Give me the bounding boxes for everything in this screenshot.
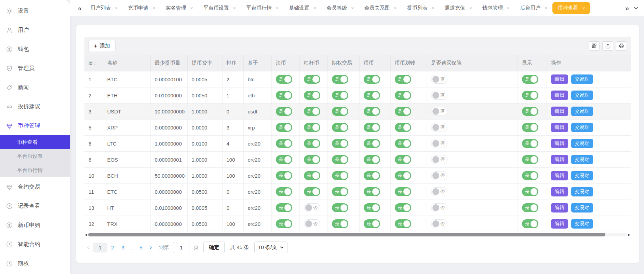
sidebar-item-12[interactable]: 期权 xyxy=(0,254,70,273)
sidebar-subitem-1[interactable]: 币种查看 xyxy=(0,135,70,149)
toggle-insurance[interactable]: 否 xyxy=(431,187,447,196)
toggle-leverage[interactable]: 是 xyxy=(304,139,320,148)
trading-pairs-button[interactable]: 交易对 xyxy=(571,187,593,196)
toggle-show[interactable]: 是 xyxy=(522,75,538,84)
edit-button[interactable]: 编辑 xyxy=(551,74,568,84)
close-icon[interactable]: × xyxy=(276,6,279,11)
toggle-coin_coin[interactable]: 是 xyxy=(364,155,380,164)
toggle-leverage[interactable]: 是 xyxy=(304,187,320,196)
toggle-coin_coin[interactable]: 是 xyxy=(364,171,380,180)
toggle-show[interactable]: 是 xyxy=(522,91,538,100)
toggle-coin_coin[interactable]: 是 xyxy=(364,203,380,212)
sort-icon[interactable]: ▴▾ xyxy=(94,61,96,66)
toggle-option_trade[interactable]: 是 xyxy=(332,155,348,164)
next-page-icon[interactable]: › xyxy=(147,244,155,251)
close-icon[interactable]: × xyxy=(582,6,585,11)
toggle-leverage[interactable]: 是 xyxy=(304,171,320,180)
export-icon[interactable] xyxy=(602,41,613,51)
toggle-coin_transfer[interactable]: 是 xyxy=(395,219,411,228)
close-icon[interactable]: × xyxy=(190,6,193,11)
tab-3[interactable]: 实名管理× xyxy=(161,2,198,14)
toggle-option_trade[interactable]: 是 xyxy=(332,171,348,180)
toggle-insurance[interactable]: 否 xyxy=(431,139,447,148)
toggle-option_trade[interactable]: 是 xyxy=(332,187,348,196)
toggle-coin_transfer[interactable]: 是 xyxy=(395,155,411,164)
toggle-insurance[interactable]: 否 xyxy=(431,123,447,132)
close-icon[interactable]: × xyxy=(394,6,397,11)
close-icon[interactable]: × xyxy=(351,6,354,11)
toggle-insurance[interactable]: 否 xyxy=(431,75,447,84)
toggle-coin_coin[interactable]: 是 xyxy=(364,219,380,228)
sidebar-item-1[interactable]: 设置 xyxy=(0,1,70,20)
tab-7[interactable]: 会员等级× xyxy=(321,2,359,14)
tab-11[interactable]: 钱包管理× xyxy=(477,2,515,14)
close-icon[interactable]: × xyxy=(152,6,155,11)
toggle-coin_coin[interactable]: 是 xyxy=(364,123,380,132)
print-icon[interactable] xyxy=(616,41,627,51)
edit-button[interactable]: 编辑 xyxy=(551,187,568,196)
edit-button[interactable]: 编辑 xyxy=(551,155,568,164)
close-icon[interactable]: × xyxy=(115,6,118,11)
close-icon[interactable]: × xyxy=(313,6,316,11)
tab-6[interactable]: 基础设置× xyxy=(284,2,321,14)
toggle-insurance[interactable]: 否 xyxy=(431,171,447,180)
toggle-coin_transfer[interactable]: 是 xyxy=(395,91,411,100)
sidebar-item-6[interactable]: 投拆建议 xyxy=(0,97,70,116)
toggle-option_trade[interactable]: 是 xyxy=(332,203,348,212)
sidebar-item-2[interactable]: 用户 xyxy=(0,20,70,40)
trading-pairs-button[interactable]: 交易对 xyxy=(571,171,593,180)
trading-pairs-button[interactable]: 交易对 xyxy=(571,219,593,229)
edit-button[interactable]: 编辑 xyxy=(551,139,568,148)
sidebar-subitem-3[interactable]: 平台币行情 xyxy=(0,163,70,177)
trading-pairs-button[interactable]: 交易对 xyxy=(571,107,593,116)
trading-pairs-button[interactable]: 交易对 xyxy=(571,203,593,213)
toggle-option_trade[interactable]: 是 xyxy=(332,219,348,228)
toggle-fiat[interactable]: 是 xyxy=(276,123,292,132)
tab-5[interactable]: 平台币行情× xyxy=(241,2,284,14)
close-icon[interactable]: × xyxy=(469,6,472,11)
toggle-coin_coin[interactable]: 是 xyxy=(364,107,380,116)
toggle-insurance[interactable]: 否 xyxy=(431,155,447,164)
toggle-fiat[interactable]: 是 xyxy=(276,155,292,164)
toggle-show[interactable]: 是 xyxy=(522,139,538,148)
toggle-option_trade[interactable]: 是 xyxy=(332,123,348,132)
sidebar-item-3[interactable]: 钱包 xyxy=(0,40,70,59)
toggle-fiat[interactable]: 是 xyxy=(276,107,292,116)
toggle-option_trade[interactable]: 是 xyxy=(332,139,348,148)
toggle-leverage[interactable]: 是 xyxy=(304,75,320,84)
close-icon[interactable]: × xyxy=(233,6,236,11)
edit-button[interactable]: 编辑 xyxy=(551,107,568,116)
toggle-fiat[interactable]: 是 xyxy=(276,219,292,228)
prev-page-icon[interactable]: ‹ xyxy=(84,244,92,251)
tab-10[interactable]: 通道充值× xyxy=(440,2,477,14)
sidebar-item-10[interactable]: 新币申购 xyxy=(0,216,70,235)
toggle-coin_transfer[interactable]: 是 xyxy=(395,139,411,148)
toggle-option_trade[interactable]: 是 xyxy=(332,107,348,116)
edit-button[interactable]: 编辑 xyxy=(551,123,568,132)
toggle-coin_coin[interactable]: 是 xyxy=(364,187,380,196)
edit-button[interactable]: 编辑 xyxy=(551,171,568,180)
toggle-insurance[interactable]: 否 xyxy=(431,219,447,228)
page-3[interactable]: 3 xyxy=(118,243,128,252)
tab-9[interactable]: 提币列表× xyxy=(402,2,440,14)
tab-1[interactable]: 用户列表× xyxy=(85,2,123,14)
toggle-fiat[interactable]: 是 xyxy=(276,187,292,196)
toggle-show[interactable]: 是 xyxy=(522,123,538,132)
sidebar-subitem-2[interactable]: 平台币设置 xyxy=(0,149,70,163)
toggle-fiat[interactable]: 是 xyxy=(276,171,292,180)
tabs-scroll-left-icon[interactable]: « xyxy=(77,5,83,12)
scrollbar-track[interactable] xyxy=(88,233,627,236)
tab-2[interactable]: 充币申请× xyxy=(123,2,160,14)
goto-page-input[interactable] xyxy=(173,242,189,253)
toggle-coin_transfer[interactable]: 是 xyxy=(395,171,411,180)
tab-12[interactable]: 后台用户× xyxy=(515,2,552,14)
sidebar-item-7[interactable]: 币种管理 xyxy=(0,116,70,135)
close-icon[interactable]: × xyxy=(432,6,434,11)
trading-pairs-button[interactable]: 交易对 xyxy=(571,155,593,164)
toggle-coin_transfer[interactable]: 是 xyxy=(395,187,411,196)
column-header-id[interactable]: id▴▾ xyxy=(84,55,103,71)
page-5[interactable]: 5 xyxy=(136,243,146,252)
sidebar-item-11[interactable]: 智能合约 xyxy=(0,235,70,254)
scrollbar-thumb[interactable] xyxy=(88,233,605,236)
toggle-fiat[interactable]: 是 xyxy=(276,203,292,212)
